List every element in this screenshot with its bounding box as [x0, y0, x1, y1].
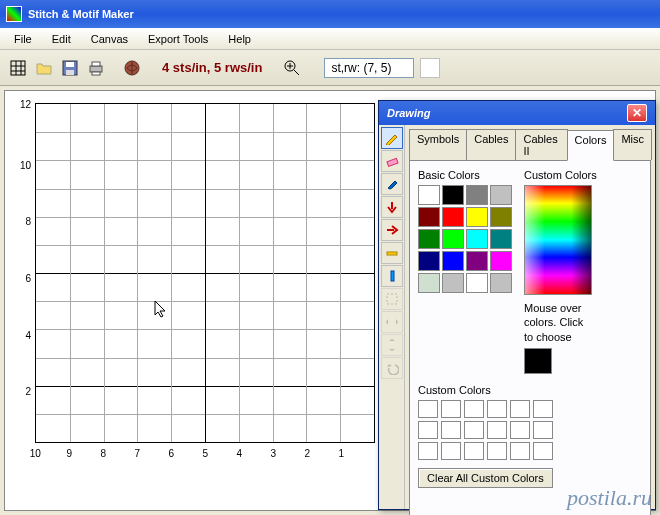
clear-custom-colors-button[interactable]: Clear All Custom Colors — [418, 468, 553, 488]
y-label: 4 — [17, 330, 31, 341]
zoom-in-icon[interactable] — [280, 56, 304, 80]
print-icon[interactable] — [84, 56, 108, 80]
readout-swatch — [420, 58, 440, 78]
custom-color-swatch[interactable] — [510, 400, 530, 418]
svg-rect-2 — [66, 62, 74, 67]
tab-cables[interactable]: Cables — [466, 129, 516, 160]
color-swatch[interactable] — [442, 229, 464, 249]
color-swatch[interactable] — [490, 273, 512, 293]
color-swatch[interactable] — [442, 251, 464, 271]
color-swatch[interactable] — [466, 229, 488, 249]
main-toolbar: 4 sts/in, 5 rws/in st,rw: (7, 5) — [0, 50, 660, 86]
custom-color-swatch[interactable] — [487, 421, 507, 439]
custom-color-swatch[interactable] — [533, 400, 553, 418]
eraser-tool-icon[interactable] — [381, 150, 403, 172]
menu-export[interactable]: Export Tools — [138, 31, 218, 47]
flip-v-icon[interactable] — [381, 334, 403, 356]
custom-color-swatch[interactable] — [510, 442, 530, 460]
hline-tool-icon[interactable] — [381, 242, 403, 264]
color-swatch[interactable] — [418, 251, 440, 271]
custom-color-swatch[interactable] — [533, 442, 553, 460]
color-swatch[interactable] — [418, 273, 440, 293]
color-swatch[interactable] — [466, 185, 488, 205]
tab-cables2[interactable]: Cables II — [515, 129, 567, 160]
color-swatch[interactable] — [442, 185, 464, 205]
menu-canvas[interactable]: Canvas — [81, 31, 138, 47]
drawing-panel-title: Drawing — [387, 107, 430, 119]
color-swatch[interactable] — [490, 185, 512, 205]
drawing-panel-titlebar[interactable]: Drawing ✕ — [379, 101, 655, 125]
custom-color-swatch[interactable] — [441, 400, 461, 418]
x-label: 10 — [28, 448, 42, 459]
x-label: 4 — [232, 448, 246, 459]
custom-color-swatch[interactable] — [441, 442, 461, 460]
color-swatch[interactable] — [490, 229, 512, 249]
tab-colors[interactable]: Colors — [567, 130, 615, 161]
x-label: 5 — [198, 448, 212, 459]
custom-color-swatch[interactable] — [510, 421, 530, 439]
pencil-tool-icon[interactable] — [381, 127, 403, 149]
x-label: 2 — [300, 448, 314, 459]
current-color-swatch — [524, 348, 552, 374]
x-label: 1 — [334, 448, 348, 459]
color-swatch[interactable] — [466, 251, 488, 271]
arrow-down-icon[interactable] — [381, 196, 403, 218]
y-label: 2 — [17, 386, 31, 397]
menu-edit[interactable]: Edit — [42, 31, 81, 47]
close-icon[interactable]: ✕ — [627, 104, 647, 122]
svg-rect-3 — [66, 70, 74, 75]
color-swatch[interactable] — [490, 251, 512, 271]
color-swatch[interactable] — [442, 207, 464, 227]
brush-tool-icon[interactable] — [381, 173, 403, 195]
custom-color-swatch[interactable] — [418, 400, 438, 418]
design-grid[interactable]: 12 10 8 6 4 2 11 9 7 5 3 1 10 9 8 7 6 5 … — [35, 103, 375, 443]
tab-misc[interactable]: Misc — [613, 129, 652, 160]
color-swatch[interactable] — [418, 229, 440, 249]
tab-symbols[interactable]: Symbols — [409, 129, 467, 160]
custom-color-swatch[interactable] — [464, 421, 484, 439]
vline-tool-icon[interactable] — [381, 265, 403, 287]
window-title: Stitch & Motif Maker — [28, 8, 134, 20]
undo-icon[interactable] — [381, 357, 403, 379]
y-label: 10 — [17, 160, 31, 171]
color-swatch[interactable] — [418, 185, 440, 205]
custom-color-swatch[interactable] — [418, 421, 438, 439]
custom-color-swatch[interactable] — [464, 400, 484, 418]
basic-colors-grid — [418, 185, 512, 293]
custom-color-swatch[interactable] — [487, 400, 507, 418]
x-label: 3 — [266, 448, 280, 459]
color-swatch[interactable] — [442, 273, 464, 293]
menu-help[interactable]: Help — [218, 31, 261, 47]
custom-colors-grid — [418, 400, 642, 460]
cursor-icon — [154, 300, 168, 318]
color-swatch[interactable] — [490, 207, 512, 227]
custom-color-swatch[interactable] — [418, 442, 438, 460]
grid-icon[interactable] — [6, 56, 30, 80]
y-label: 12 — [17, 99, 31, 110]
custom-color-swatch[interactable] — [533, 421, 553, 439]
color-swatch[interactable] — [466, 273, 488, 293]
custom-color-swatch[interactable] — [441, 421, 461, 439]
menu-file[interactable]: File — [4, 31, 42, 47]
x-label: 9 — [62, 448, 76, 459]
custom-colors-label: Custom Colors — [418, 384, 642, 396]
save-icon[interactable] — [58, 56, 82, 80]
custom-color-swatch[interactable] — [464, 442, 484, 460]
svg-rect-6 — [92, 72, 100, 75]
open-icon[interactable] — [32, 56, 56, 80]
color-picker-gradient[interactable] — [524, 185, 592, 295]
custom-colors-header: Custom Colors — [524, 169, 597, 181]
arrow-right-icon[interactable] — [381, 219, 403, 241]
svg-rect-9 — [387, 158, 398, 166]
menubar: File Edit Canvas Export Tools Help — [0, 28, 660, 50]
x-label: 6 — [164, 448, 178, 459]
color-swatch[interactable] — [466, 207, 488, 227]
app-icon — [6, 6, 22, 22]
svg-rect-12 — [387, 294, 397, 304]
yarn-icon[interactable] — [120, 56, 144, 80]
custom-color-swatch[interactable] — [487, 442, 507, 460]
gauge-text: 4 sts/in, 5 rws/in — [162, 60, 262, 75]
color-swatch[interactable] — [418, 207, 440, 227]
flip-h-icon[interactable] — [381, 311, 403, 333]
select-tool-icon[interactable] — [381, 288, 403, 310]
